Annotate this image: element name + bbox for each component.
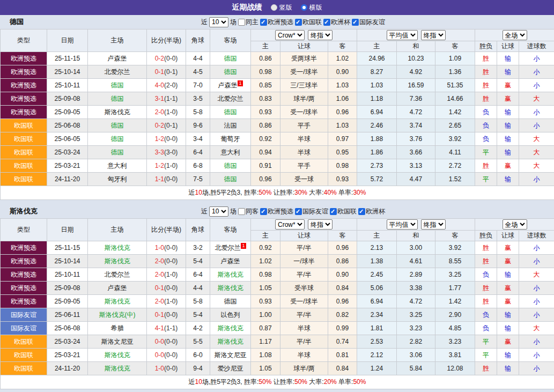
away-team[interactable]: 斯洛文尼亚	[210, 349, 251, 362]
home-team[interactable]: 卢森堡	[88, 282, 147, 295]
handicap-line: 受一/球半	[280, 65, 328, 79]
away-team[interactable]: 卢森堡1	[210, 79, 251, 92]
away-team[interactable]: 斯洛伐克	[210, 322, 251, 335]
type-badge: 欧洲预选	[1, 92, 47, 106]
league-checkbox-1[interactable]: 欧洲预选	[260, 18, 293, 27]
away-team[interactable]: 意大利	[210, 146, 251, 159]
away-team[interactable]: 德国	[210, 106, 251, 119]
crow-ref-select[interactable]: 终指	[308, 30, 333, 40]
crow-company-select[interactable]: Crow*	[275, 30, 305, 40]
home-team[interactable]: 德国	[88, 119, 147, 132]
corner-count: 5-5	[186, 335, 210, 349]
league-checkbox-1[interactable]: 欧洲预选	[260, 207, 293, 216]
checkbox-unchecked-icon[interactable]	[238, 208, 245, 215]
avg-home-odds: 1.88	[357, 132, 397, 146]
league-checkbox-2[interactable]: 欧国联	[295, 18, 322, 27]
away-team[interactable]: 北爱尔兰	[210, 92, 251, 106]
home-team[interactable]: 斯洛伐克	[88, 349, 147, 362]
crow-company-select[interactable]: Crow*	[275, 219, 305, 230]
checkbox-checked-icon[interactable]	[260, 208, 267, 215]
col-score: 比分(半场)	[147, 29, 186, 52]
col-goals: 进球数	[519, 41, 554, 52]
home-team[interactable]: 希腊	[88, 322, 147, 335]
checkbox-checked-icon[interactable]	[295, 19, 302, 26]
fulltime-select[interactable]: 全场	[503, 30, 527, 40]
away-team[interactable]: 德国	[210, 173, 251, 186]
away-team[interactable]: 德国	[210, 159, 251, 173]
average-group-header: 平均值终指	[357, 219, 475, 231]
same-home-checkbox[interactable]: 同主	[238, 18, 258, 27]
avg-away-odds: 1.09	[435, 52, 475, 65]
checkbox-checked-icon[interactable]	[358, 208, 365, 215]
checkbox-unchecked-icon[interactable]	[238, 19, 245, 26]
crow-ref-select[interactable]: 终指	[308, 219, 333, 230]
away-team[interactable]: 卢森堡	[210, 255, 251, 268]
home-team[interactable]: 德国	[88, 79, 147, 92]
away-team[interactable]: 德国	[210, 295, 251, 308]
fulltime-group-header: 全场	[475, 29, 554, 41]
checkbox-checked-icon[interactable]	[260, 19, 267, 26]
away-team[interactable]: 葡萄牙	[210, 132, 251, 146]
checkbox-checked-icon[interactable]	[330, 208, 337, 215]
away-team[interactable]: 斯洛伐克	[210, 335, 251, 349]
recent-count-select[interactable]: 10	[209, 17, 228, 27]
home-team[interactable]: 斯洛伐克(中)	[88, 308, 147, 322]
away-team[interactable]: 斯洛伐克	[210, 268, 251, 282]
crow-home-odds: 0.83	[251, 92, 280, 106]
home-team[interactable]: 斯洛伐克	[88, 255, 147, 268]
handicap-line: 球半/两	[280, 92, 328, 106]
col-corner: 角球	[186, 219, 210, 241]
type-badge: 欧国联	[1, 119, 47, 132]
away-team[interactable]: 斯洛伐克	[210, 282, 251, 295]
radio-selected-icon[interactable]	[301, 4, 307, 11]
result-goals: 小	[519, 119, 554, 132]
away-team[interactable]: 德国	[210, 52, 251, 65]
match-score: 1-2(0-0)	[147, 132, 186, 146]
same-away-checkbox[interactable]: 同客	[238, 207, 258, 216]
home-team[interactable]: 德国	[88, 92, 147, 106]
league-checkbox-3[interactable]: 欧国联	[330, 207, 357, 216]
handicap-line: 三/三球半	[280, 79, 328, 92]
home-team[interactable]: 斯洛伐克	[88, 241, 147, 255]
away-team[interactable]: 北爱尔兰1	[210, 241, 251, 255]
home-team[interactable]: 匈牙利	[88, 173, 147, 186]
league-checkbox-4[interactable]: 欧洲杯	[358, 207, 385, 216]
avg-company-select[interactable]: 平均值	[387, 219, 418, 230]
crow-home-odds: 0.87	[251, 322, 280, 335]
avg-company-select[interactable]: 平均值	[387, 30, 418, 40]
home-team[interactable]: 德国	[88, 146, 147, 159]
home-team[interactable]: 斯洛伐克	[88, 362, 147, 375]
home-team[interactable]: 斯洛伐克	[88, 106, 147, 119]
home-team[interactable]: 斯洛伐克	[88, 295, 147, 308]
avg-ref-select[interactable]: 终指	[421, 30, 446, 40]
recent-count-select[interactable]: 10	[209, 206, 228, 217]
checkbox-checked-icon[interactable]	[323, 19, 330, 26]
away-team[interactable]: 法国	[210, 119, 251, 132]
fulltime-select[interactable]: 全场	[503, 219, 527, 230]
home-team[interactable]: 德国	[88, 132, 147, 146]
radio-unselected-icon[interactable]	[271, 4, 277, 11]
result-wdl: 负	[475, 106, 497, 119]
league-checkbox-3[interactable]: 欧洲杯	[323, 18, 350, 27]
crow-home-odds: 0.96	[251, 173, 280, 186]
type-badge: 欧洲预选	[1, 52, 47, 65]
away-team[interactable]: 德国	[210, 65, 251, 79]
checkbox-checked-icon[interactable]	[295, 208, 302, 215]
home-team[interactable]: 卢森堡	[88, 52, 147, 65]
radio-horizontal-option[interactable]: 横版	[301, 3, 322, 12]
radio-vertical-option[interactable]: 竖版	[271, 3, 292, 12]
league-checkbox-2[interactable]: 国际友谊	[295, 207, 328, 216]
corner-count: 4-4	[186, 52, 210, 65]
result-handicap: 赢	[497, 282, 519, 295]
league-checkbox-4[interactable]: 国际友谊	[352, 18, 385, 27]
home-team[interactable]: 北爱尔兰	[88, 65, 147, 79]
checkbox-checked-icon[interactable]	[352, 19, 359, 26]
match-row: 国际友谊25-06-11斯洛伐克(中)0-1(0-0)5-4以色列1.00平/半…	[1, 308, 554, 322]
home-team[interactable]: 意大利	[88, 159, 147, 173]
crow-away-odds: 0.95	[328, 146, 357, 159]
away-team[interactable]: 爱沙尼亚	[210, 362, 251, 375]
home-team[interactable]: 斯洛文尼亚	[88, 335, 147, 349]
avg-ref-select[interactable]: 终指	[421, 219, 446, 230]
home-team[interactable]: 北爱尔兰	[88, 268, 147, 282]
away-team[interactable]: 以色列	[210, 308, 251, 322]
